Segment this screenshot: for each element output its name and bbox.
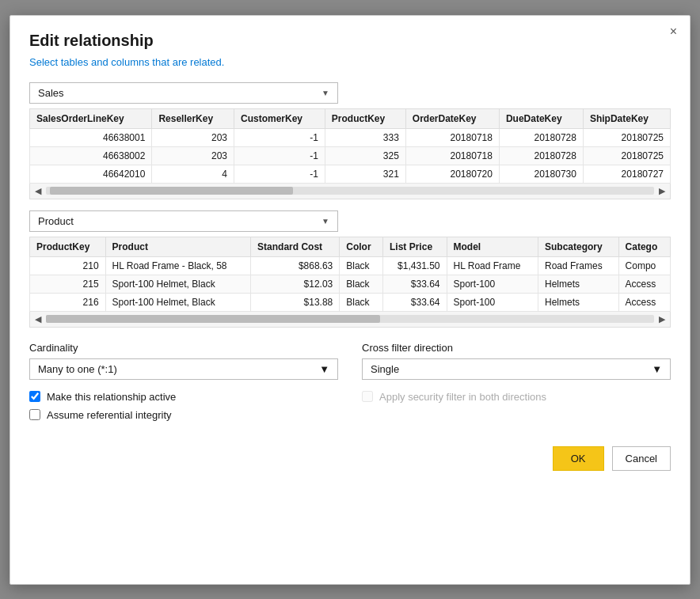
table2-dropdown[interactable]: Product ▼ <box>29 210 338 232</box>
table-row[interactable]: 216Sport-100 Helmet, Black$13.88Black$33… <box>30 293 671 311</box>
table1-dropdown-row: Sales ▼ <box>29 82 671 104</box>
cross-filter-label: Cross filter direction <box>362 342 671 354</box>
close-button[interactable]: × <box>670 25 677 38</box>
table2-dropdown-value: Product <box>38 215 74 227</box>
table2-cell: $33.64 <box>383 293 447 311</box>
table1-cell: -1 <box>234 146 325 165</box>
table2-cell: Road Frames <box>538 256 618 275</box>
edit-relationship-dialog: × Edit relationship Select tables and co… <box>10 15 690 585</box>
cross-filter-col: Cross filter direction Single ▼ <box>362 342 671 380</box>
cardinality-dropdown[interactable]: Many to one (*:1) ▼ <box>29 358 338 380</box>
active-checkbox-row: Make this relationship active <box>29 391 338 403</box>
table2-col-header: Standard Cost <box>251 237 340 256</box>
left-checkboxes: Make this relationship active Assume ref… <box>29 391 338 427</box>
table1-cell: 4 <box>152 165 234 183</box>
table-row[interactable]: 215Sport-100 Helmet, Black$12.03Black$33… <box>30 275 671 293</box>
table1-col-header: ShipDateKey <box>583 108 670 128</box>
table2-cell: Sport-100 <box>447 293 538 311</box>
table2-chevron-icon: ▼ <box>321 217 329 226</box>
table1: SalesOrderLineKeyResellerKeyCustomerKeyP… <box>29 108 671 184</box>
table1-cell: 321 <box>325 165 405 183</box>
table1-col-header: DueDateKey <box>499 108 583 128</box>
table1-cell: 325 <box>325 146 405 165</box>
table1-scroll-left[interactable]: ◀ <box>33 186 43 196</box>
table2-col-header: ProductKey <box>30 237 106 256</box>
table1-cell: 20180727 <box>583 165 670 183</box>
referential-checkbox[interactable] <box>29 409 40 420</box>
table2-cell: 216 <box>30 293 106 311</box>
table1-cell: -1 <box>234 165 325 183</box>
table2-header: ProductKeyProductStandard CostColorList … <box>30 237 671 256</box>
options-section: Cardinality Many to one (*:1) ▼ Cross fi… <box>29 342 671 380</box>
table2-cell: Access <box>618 275 670 293</box>
table2-wrap: ProductKeyProductStandard CostColorList … <box>29 237 671 312</box>
active-checkbox[interactable] <box>29 391 40 402</box>
table1-cell: 333 <box>325 128 405 146</box>
table1-wrap: SalesOrderLineKeyResellerKeyCustomerKeyP… <box>29 108 671 184</box>
referential-checkbox-row: Assume referential integrity <box>29 409 338 421</box>
table1-cell: 20180728 <box>499 128 583 146</box>
table-row[interactable]: 466420104-1321201807202018073020180727 <box>30 165 671 183</box>
right-checkboxes: Apply security filter in both directions <box>362 391 671 427</box>
table2: ProductKeyProductStandard CostColorList … <box>29 237 671 312</box>
table2-scroll-right[interactable]: ▶ <box>657 314 667 324</box>
table1-body: 46638001203-1333201807182018072820180725… <box>30 128 671 183</box>
cross-filter-value: Single <box>371 363 399 375</box>
table2-cell: HL Road Frame <box>447 256 538 275</box>
table2-cell: Sport-100 Helmet, Black <box>105 293 251 311</box>
table2-cell: $13.88 <box>251 293 340 311</box>
cardinality-col: Cardinality Many to one (*:1) ▼ <box>29 342 338 380</box>
table2-col-header: Catego <box>618 237 670 256</box>
table1-cell: -1 <box>234 128 325 146</box>
table2-scroll-left[interactable]: ◀ <box>33 314 43 324</box>
table2-cell: $12.03 <box>251 275 340 293</box>
security-label: Apply security filter in both directions <box>379 391 546 403</box>
table2-col-header: List Price <box>383 237 447 256</box>
table1-cell: 46642010 <box>30 165 152 183</box>
table1-scroll-right[interactable]: ▶ <box>657 186 667 196</box>
table1-cell: 20180718 <box>405 128 499 146</box>
table1-cell: 46638002 <box>30 146 152 165</box>
table1-col-header: CustomerKey <box>234 108 325 128</box>
referential-label[interactable]: Assume referential integrity <box>47 409 172 421</box>
cross-filter-dropdown[interactable]: Single ▼ <box>362 358 671 380</box>
table-row[interactable]: 46638002203-1325201807182018072820180725 <box>30 146 671 165</box>
table2-cell: Sport-100 Helmet, Black <box>105 275 251 293</box>
security-checkbox[interactable] <box>362 391 373 402</box>
table1-chevron-icon: ▼ <box>321 89 329 97</box>
table2-cell: Sport-100 <box>447 275 538 293</box>
cardinality-value: Many to one (*:1) <box>38 363 117 375</box>
table2-cell: Helmets <box>538 293 618 311</box>
table2-cell: $1,431.50 <box>383 256 447 275</box>
table2-scroll-track <box>46 315 654 323</box>
security-checkbox-row: Apply security filter in both directions <box>362 391 671 403</box>
table2-scrollbar[interactable]: ◀ ▶ <box>29 312 671 328</box>
active-label[interactable]: Make this relationship active <box>47 391 176 403</box>
table1-cell: 20180725 <box>583 146 670 165</box>
cancel-button[interactable]: Cancel <box>612 446 671 471</box>
ok-button[interactable]: OK <box>553 446 604 471</box>
table1-cell: 20180725 <box>583 128 670 146</box>
table1-scroll-thumb <box>50 187 293 195</box>
table1-col-header: ResellerKey <box>152 108 234 128</box>
table1-col-header: OrderDateKey <box>405 108 499 128</box>
table1-cell: 20180720 <box>405 165 499 183</box>
table2-col-header: Subcategory <box>538 237 618 256</box>
table1-cell: 46638001 <box>30 128 152 146</box>
table1-section: Sales ▼ SalesOrderLineKeyResellerKeyCust… <box>29 82 671 199</box>
table2-col-header: Color <box>340 237 383 256</box>
table2-cell: Helmets <box>538 275 618 293</box>
table2-cell: Black <box>340 293 383 311</box>
table2-section: Product ▼ ProductKeyProductStandard Cost… <box>29 210 671 328</box>
table-row[interactable]: 46638001203-1333201807182018072820180725 <box>30 128 671 146</box>
dialog-title: Edit relationship <box>29 32 671 50</box>
table1-scrollbar[interactable]: ◀ ▶ <box>29 184 671 199</box>
table1-dropdown[interactable]: Sales ▼ <box>29 82 338 104</box>
table2-header-row: ProductKeyProductStandard CostColorList … <box>30 237 671 256</box>
table2-cell: Black <box>340 256 383 275</box>
table2-cell: HL Road Frame - Black, 58 <box>105 256 251 275</box>
table2-cell: $868.63 <box>251 256 340 275</box>
table2-cell: 210 <box>30 256 106 275</box>
table2-cell: Access <box>618 293 670 311</box>
table-row[interactable]: 210HL Road Frame - Black, 58$868.63Black… <box>30 256 671 275</box>
